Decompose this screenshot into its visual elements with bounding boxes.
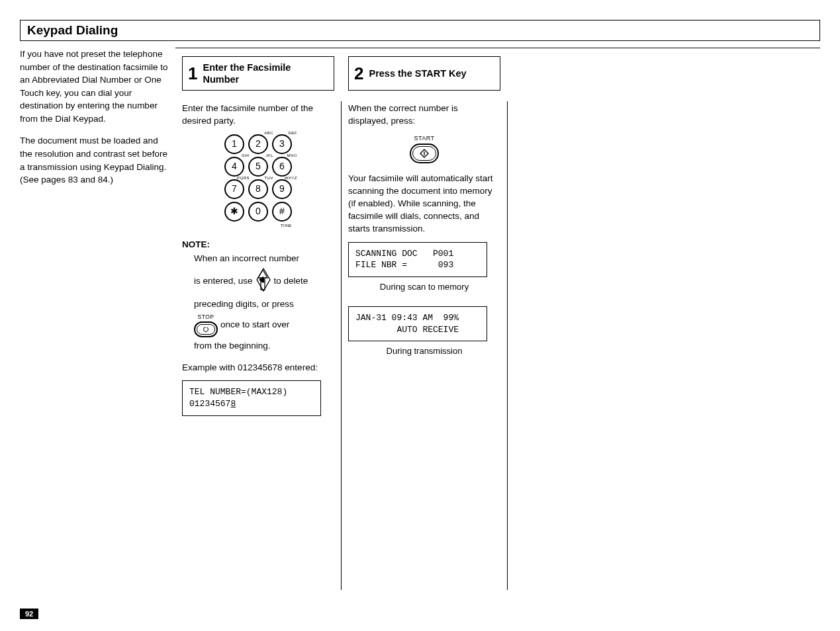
start-label: START	[348, 134, 500, 143]
keypad-key-3: 3DEF	[272, 134, 292, 154]
lcd1-line2b: 8	[230, 399, 236, 409]
intro-paragraph-1: If you have not preset the telephone num…	[20, 48, 169, 125]
intro-paragraph-2: The document must be loaded and the reso…	[20, 134, 169, 186]
step-1-header: 1 Enter the Facsimile Number	[182, 56, 334, 91]
start-button-icon	[410, 144, 439, 163]
note-line-4b: once to start over	[220, 319, 289, 331]
lcd1-line2a: 01234567	[189, 399, 230, 409]
lcd-tx-line2: AUTO RECEIVE	[355, 325, 459, 335]
caption-transmit: During transmission	[348, 345, 500, 357]
step-2-column: 2 Press the START Key When the correct n…	[342, 48, 507, 590]
note-line-1: When an incorrect number	[194, 253, 334, 265]
section-title-text: Keypad Dialing	[21, 21, 127, 40]
svg-marker-2	[259, 276, 264, 283]
step-1-intro: Enter the facsimile number of the desire…	[182, 103, 334, 128]
intro-column: If you have not preset the telephone num…	[20, 48, 175, 590]
lcd-tx-line1: JAN-31 09:43 AM 99%	[355, 313, 459, 323]
keypad-key-sup: MNO	[287, 153, 298, 158]
keypad-tone-label: TONE	[243, 223, 329, 228]
keypad-key-2: 2ABC	[248, 134, 268, 154]
note-line-4: STOP once to start over	[194, 314, 334, 337]
step-2-body: Your facsimile will automatically start …	[348, 173, 500, 235]
keypad-key-sup: TUV	[265, 175, 274, 181]
lcd-scan-line2: FILE NBR = 093	[355, 260, 453, 270]
empty-column	[508, 48, 820, 590]
step-2-header: 2 Press the START Key	[348, 56, 500, 91]
note-line-3: preceding digits, or press	[194, 298, 334, 311]
note-line-5: from the beginning.	[194, 340, 334, 353]
svg-marker-3	[420, 149, 428, 157]
diamond-start-icon	[420, 149, 429, 158]
caption-scan: During scan to memory	[348, 281, 500, 293]
lcd1-line1: TEL NUMBER=(MAX128)	[189, 387, 287, 397]
keypad-key-sup: JKL	[265, 153, 273, 158]
keypad-key-✱: ✱	[224, 202, 244, 222]
note-line-2: is entered, use	[194, 268, 334, 296]
stop-label: STOP	[194, 314, 218, 321]
start-button-illustration: START	[348, 134, 500, 164]
step-2-title: Press the START Key	[369, 67, 466, 79]
step-2-intro: When the correct number is displayed, pr…	[348, 103, 500, 128]
dial-keypad: 12ABC3DEF4GHI5JKL6MNO7PQRS8TUV9WXYZ✱0# T…	[215, 134, 301, 230]
keypad-key-#: #	[272, 202, 292, 222]
left-arrow-key-icon	[256, 268, 271, 296]
keypad-key-5: 5JKL	[248, 157, 268, 177]
keypad-key-7: 7PQRS	[224, 179, 244, 199]
step-2-number: 2	[354, 65, 363, 82]
keypad-key-9: 9WXYZ	[272, 179, 292, 199]
keypad-key-0: 0	[248, 202, 268, 222]
lcd-transmit: JAN-31 09:43 AM 99% AUTO RECEIVE	[348, 306, 487, 341]
example-intro: Example with 012345678 entered:	[182, 362, 334, 374]
keypad-key-sup: DEF	[289, 130, 298, 136]
keypad-key-sup: PQRS	[237, 175, 250, 181]
note-heading: NOTE:	[182, 239, 210, 249]
keypad-key-sup: ABC	[264, 130, 273, 136]
keypad-key-8: 8TUV	[248, 179, 268, 199]
note-line-2b: to delete	[274, 275, 308, 288]
keypad-key-sup: WXYZ	[285, 175, 297, 181]
lcd-scan-line1: SCANNING DOC P001	[355, 249, 453, 259]
step-1-title: Enter the Facsimile Number	[203, 62, 328, 85]
page-number: 92	[20, 609, 38, 619]
step-1-column: 1 Enter the Facsimile Number Enter the f…	[175, 48, 341, 590]
keypad-key-6: 6MNO	[272, 157, 292, 177]
lcd-example-step1: TEL NUMBER=(MAX128) 012345678	[182, 380, 321, 415]
lcd-scan: SCANNING DOC P001 FILE NBR = 093	[348, 242, 487, 277]
keypad-key-4: 4GHI	[224, 157, 244, 177]
keypad-key-sup: GHI	[242, 153, 250, 158]
section-title: Keypad Dialing	[20, 20, 820, 41]
step-1-number: 1	[188, 65, 197, 82]
note-line-2a: is entered, use	[194, 275, 253, 288]
keypad-key-1: 1	[224, 134, 244, 154]
stop-button-icon	[194, 321, 218, 337]
